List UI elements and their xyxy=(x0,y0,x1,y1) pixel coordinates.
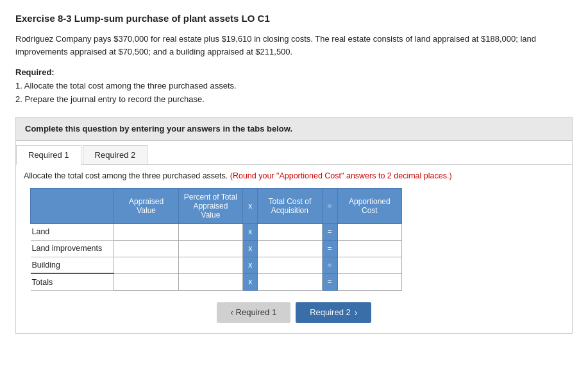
col-header-apportioned-cost: Apportioned Cost xyxy=(337,188,401,223)
col-header-total-cost: Total Cost of Acquisition xyxy=(258,188,322,223)
input-0-3[interactable] xyxy=(341,227,398,236)
prev-button[interactable]: ‹ Required 1 xyxy=(217,302,291,323)
input-2-3[interactable] xyxy=(341,261,398,270)
cell-1-2[interactable] xyxy=(258,240,322,257)
cell-3-1[interactable] xyxy=(178,273,242,290)
next-button-label: Required 2 xyxy=(310,307,351,317)
x-symbol-row-3: x xyxy=(243,273,258,290)
x-symbol-row-2: x xyxy=(243,257,258,273)
row-label-1: Land improvements xyxy=(31,240,114,257)
x-symbol-row-0: x xyxy=(243,223,258,240)
cell-2-3[interactable] xyxy=(337,257,401,273)
x-symbol-row-1: x xyxy=(243,240,258,257)
col-header-eq-symbol: = xyxy=(322,188,337,223)
row-label-3: Totals xyxy=(31,273,114,290)
col-header-appraised-value: Appraised Value xyxy=(114,188,178,223)
cell-2-1[interactable] xyxy=(178,257,242,273)
instruction-box: Complete this question by entering your … xyxy=(15,117,573,141)
cell-0-3[interactable] xyxy=(337,223,401,240)
tab-instruction: Allocate the total cost among the three … xyxy=(24,171,564,180)
tab-required-2[interactable]: Required 2 xyxy=(83,145,148,164)
cell-2-0[interactable] xyxy=(114,257,178,273)
eq-symbol-row-1: = xyxy=(322,240,337,257)
cell-0-2[interactable] xyxy=(258,223,322,240)
tab-instruction-paren: (Round your "Apportioned Cost" answers t… xyxy=(230,171,452,180)
input-0-0[interactable] xyxy=(117,227,174,236)
input-1-1[interactable] xyxy=(182,244,239,253)
input-1-2[interactable] xyxy=(261,244,318,253)
col-header-empty xyxy=(31,188,114,223)
input-2-0[interactable] xyxy=(117,261,174,270)
row-label-2: Building xyxy=(31,257,114,273)
input-1-3[interactable] xyxy=(341,244,398,253)
cell-2-2[interactable] xyxy=(258,257,322,273)
prev-chevron-icon: ‹ xyxy=(231,307,233,317)
tab-required-1[interactable]: Required 1 xyxy=(16,145,81,165)
required-items-list: 1. Allocate the total cost among the thr… xyxy=(15,80,573,107)
tab-content-required-1: Allocate the total cost among the three … xyxy=(16,164,572,333)
required-item-1: 1. Allocate the total cost among the thr… xyxy=(15,80,573,93)
row-label-0: Land xyxy=(31,223,114,240)
input-2-1[interactable] xyxy=(182,261,239,270)
next-button[interactable]: Required 2 › xyxy=(296,302,371,323)
cell-3-2[interactable] xyxy=(258,273,322,290)
allocation-table: Appraised Value Percent of Total Apprais… xyxy=(30,188,402,291)
cell-1-1[interactable] xyxy=(178,240,242,257)
input-0-1[interactable] xyxy=(182,227,239,236)
cell-1-0[interactable] xyxy=(114,240,178,257)
tabs-container: Required 1 Required 2 Allocate the total… xyxy=(15,141,573,334)
next-chevron-icon: › xyxy=(355,307,358,318)
eq-symbol-row-0: = xyxy=(322,223,337,240)
cell-0-1[interactable] xyxy=(178,223,242,240)
input-1-0[interactable] xyxy=(117,244,174,253)
prev-button-label: Required 1 xyxy=(236,307,277,317)
col-header-x-symbol: x xyxy=(243,188,258,223)
cell-3-3[interactable] xyxy=(337,273,401,290)
page-title: Exercise 8-3 Lump-sum purchase of plant … xyxy=(15,13,573,24)
eq-symbol-row-3: = xyxy=(322,273,337,290)
cell-3-0[interactable] xyxy=(114,273,178,290)
cell-1-3[interactable] xyxy=(337,240,401,257)
input-0-2[interactable] xyxy=(261,227,318,236)
cell-0-0[interactable] xyxy=(114,223,178,240)
required-heading: Required: xyxy=(15,67,573,77)
nav-buttons: ‹ Required 1 Required 2 › xyxy=(24,302,564,323)
col-header-percent: Percent of Total Appraised Value xyxy=(178,188,242,223)
problem-text: Rodriguez Company pays $370,000 for real… xyxy=(15,33,573,58)
input-2-2[interactable] xyxy=(261,261,318,270)
required-item-2: 2. Prepare the journal entry to record t… xyxy=(15,93,573,107)
eq-symbol-row-2: = xyxy=(322,257,337,273)
tabs-row: Required 1 Required 2 xyxy=(16,141,572,164)
